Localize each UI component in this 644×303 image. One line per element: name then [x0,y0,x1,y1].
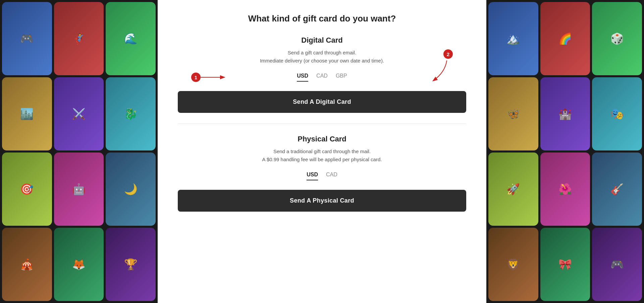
bg-tile [488,228,538,301]
annotation-1-circle: 1 [191,73,201,82]
bg-left-panel [0,0,158,303]
digital-card-description: Send a gift card through email. Immediat… [178,49,466,65]
physical-tab-usd[interactable]: USD [307,172,318,180]
bg-tile [2,153,52,226]
bg-tile [2,77,52,150]
physical-card-section: Physical Card Send a traditional gift ca… [178,135,466,212]
annotation-2-circle: 2 [443,49,453,59]
bg-tile [540,77,590,150]
bg-tile [592,77,642,150]
bg-tile [106,228,156,301]
digital-card-title: Digital Card [178,36,466,45]
bg-tile [540,228,590,301]
bg-tile [106,2,156,75]
bg-tile [488,153,538,226]
digital-card-section: Digital Card Send a gift card through em… [178,36,466,113]
send-digital-card-button[interactable]: Send A Digital Card [178,91,466,113]
physical-tab-cad[interactable]: CAD [326,172,337,180]
modal-content: What kind of gift card do you want? Digi… [158,0,486,303]
bg-tile [54,2,104,75]
physical-card-description: Send a traditional gift card through the… [178,147,466,164]
annotation-1-arrow [201,73,227,81]
digital-tab-gbp[interactable]: GBP [336,73,347,82]
physical-card-title: Physical Card [178,135,466,143]
bg-tile [106,77,156,150]
bg-tile [488,77,538,150]
bg-tile [540,2,590,75]
bg-tile [54,153,104,226]
bg-tile [488,2,538,75]
bg-tile [54,228,104,301]
bg-right-panel [486,0,644,303]
bg-tile [592,228,642,301]
bg-tile [592,153,642,226]
modal-panel: What kind of gift card do you want? Digi… [158,0,486,303]
digital-tab-usd[interactable]: USD [297,73,308,82]
bg-tile [106,153,156,226]
digital-currency-tabs-row: 1 USD CAD GBP [178,73,466,82]
bg-tile [2,228,52,301]
physical-currency-tabs: USD CAD [178,172,466,180]
send-physical-card-button[interactable]: Send A Physical Card [178,190,466,212]
bg-tile [2,2,52,75]
section-divider [178,124,466,124]
bg-tile [540,153,590,226]
bg-tile [54,77,104,150]
digital-currency-tab-group: USD CAD GBP [297,73,347,82]
digital-tab-cad[interactable]: CAD [316,73,328,82]
bg-tile [592,2,642,75]
page-title: What kind of gift card do you want? [178,13,466,24]
background-mosaic: What kind of gift card do you want? Digi… [0,0,644,303]
